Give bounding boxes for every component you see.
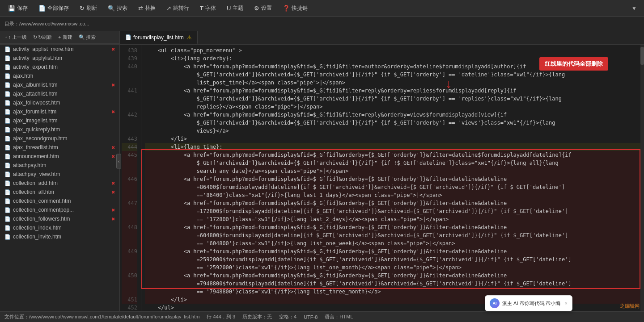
status-bar: 文件位置：/www/wwwroot/www.mxswl.com1/templat… — [0, 311, 644, 322]
save-button[interactable]: 💾 保存 — [4, 3, 32, 14]
file-icon: 📄 — [4, 180, 11, 186]
sidebar-toolbar: ↑ ↑ 上一级 ↻ ↻刷新 + 新建 🔍 搜索 — [0, 31, 120, 44]
error-icon: ✖ — [111, 145, 115, 150]
tab-file-icon: 📄 — [125, 34, 131, 40]
file-icon: 📄 — [4, 64, 11, 70]
tab-warning-icon: ⚠ — [187, 34, 192, 41]
file-name: ajax_albumlist.htm — [13, 82, 57, 88]
file-icon: 📄 — [4, 216, 11, 222]
main-area: 📄 activity_applist_more.htm ✖📄 activity_… — [0, 45, 644, 311]
sidebar-refresh-icon: ↻ — [33, 34, 37, 40]
sidebar-file-item[interactable]: 📄 activity_applist_more.htm ✖ — [0, 45, 119, 54]
error-icon: ✖ — [111, 208, 115, 213]
active-tab[interactable]: 📄 forumdisplay_list.htm ⚠ — [120, 31, 198, 44]
tab-bar: 📄 forumdisplay_list.htm ⚠ — [120, 31, 644, 44]
sidebar-file-item[interactable]: 📄 activity_export.htm — [0, 63, 119, 71]
sidebar-file-item[interactable]: 📄 ajax.htm — [0, 71, 119, 80]
file-icon: 📄 — [4, 118, 11, 124]
file-name: activity_applist_more.htm — [13, 46, 73, 52]
sidebar-file-list: 📄 activity_applist_more.htm ✖📄 activity_… — [0, 45, 119, 311]
file-name: ajax_imagelist.htm — [13, 117, 57, 124]
sidebar-file-item[interactable]: 📄 collection_add.htm ✖ — [0, 179, 119, 188]
save-all-icon: 📄 — [38, 5, 46, 12]
sidebar-file-item[interactable]: 📄 collection_commentpop... ✖ — [0, 205, 119, 214]
sidebar-file-item[interactable]: 📄 collection_all.htm ✖ — [0, 188, 119, 197]
theme-button[interactable]: U 主题 — [222, 3, 248, 14]
shortcuts-icon: ❓ — [283, 5, 290, 12]
file-icon: 📄 — [4, 46, 11, 52]
refresh-icon: ↻ — [80, 5, 85, 12]
ai-popup-close[interactable]: × — [565, 301, 568, 306]
file-name: activity_applylist.htm — [13, 55, 62, 61]
scrollbar-thumb[interactable] — [640, 47, 644, 65]
watermark: 之编辑网 — [620, 303, 640, 309]
sidebar-file-item[interactable]: 📄 collection_invite.htm — [0, 232, 119, 241]
file-name: ajax_quickreply.htm — [13, 126, 60, 133]
sidebar-collapse-button[interactable]: ‹ — [116, 154, 120, 168]
save-all-button[interactable]: 📄 全部保存 — [34, 3, 73, 14]
sidebar-file-item[interactable]: 📄 ajax_imagelist.htm — [0, 116, 119, 125]
sidebar-file-item[interactable]: 📄 attachpay_view.htm — [0, 170, 119, 179]
file-name: announcement.htm — [13, 153, 59, 159]
settings-icon: ⚙ — [254, 5, 259, 12]
sidebar-search-button[interactable]: 🔍 搜索 — [76, 33, 98, 42]
shortcuts-button[interactable]: ❓ 快捷键 — [278, 3, 312, 14]
sidebar-file-item[interactable]: 📄 collection_comment.htm — [0, 197, 119, 205]
code-scroll[interactable]: 4384394404414424434444454464474484494504… — [120, 45, 644, 311]
font-button[interactable]: T 字体 — [195, 3, 220, 14]
annotation-box: 红线里的代码全部删除 — [539, 57, 608, 71]
file-name: ajax_followpost.htm — [13, 100, 60, 106]
breadcrumb-bar: 目录：/www/wwwroot/www.mxswl.co... — [0, 17, 644, 31]
font-icon: T — [200, 5, 203, 12]
up-button[interactable]: ↑ ↑ 上一级 — [3, 33, 29, 42]
search-button[interactable]: 🔍 搜索 — [103, 3, 132, 14]
sidebar-file-item[interactable]: 📄 ajax_secondgroup.htm — [0, 134, 119, 143]
line-numbers: 4384394404414424434444454464474484494504… — [120, 45, 141, 311]
file-name: collection_index.htm — [13, 225, 62, 231]
sidebar-file-item[interactable]: 📄 activity_applylist.htm — [0, 54, 119, 63]
refresh-button[interactable]: ↻ 刷新 — [75, 3, 102, 14]
encoding-status: UTF-8 — [304, 314, 318, 320]
file-name: collection_add.htm — [13, 180, 58, 186]
toolbar: 💾 保存 📄 全部保存 ↻ 刷新 🔍 搜索 ⇄ 替换 ↗ 跳转行 T 字体 U … — [0, 0, 644, 17]
sidebar-file-item[interactable]: 📄 ajax_forumlist.htm ✖ — [0, 107, 119, 116]
sidebar-file-item[interactable]: 📄 ajax_quickreply.htm — [0, 125, 119, 134]
sidebar-file-item[interactable]: 📄 attachpay.htm — [0, 161, 119, 170]
file-name: collection_commentpop... — [13, 207, 74, 213]
file-icon: 📄 — [4, 225, 11, 231]
file-icon: 📄 — [4, 189, 11, 195]
search-icon: 🔍 — [108, 5, 115, 12]
error-icon: ✖ — [111, 217, 115, 222]
sidebar-file-item[interactable]: 📄 collection_index.htm — [0, 223, 119, 232]
error-icon: ✖ — [111, 181, 115, 186]
file-name: ajax.htm — [13, 73, 33, 79]
error-icon: ✖ — [111, 109, 115, 114]
replace-icon: ⇄ — [138, 5, 143, 12]
toolbar-end-arrow[interactable]: ▼ — [628, 4, 640, 13]
replace-button[interactable]: ⇄ 替换 — [134, 3, 160, 14]
file-icon: 📄 — [4, 234, 11, 240]
sidebar-refresh-button[interactable]: ↻ ↻刷新 — [31, 33, 54, 42]
breadcrumb-path: 目录：/www/wwwroot/www.mxswl.co... — [4, 21, 89, 27]
error-icon: ✖ — [111, 47, 115, 52]
error-icon: ✖ — [111, 190, 115, 195]
goto-button[interactable]: ↗ 跳转行 — [162, 3, 194, 14]
code-content[interactable]: <ul class="pop_moremenu" > <li>{lang ord… — [141, 45, 644, 311]
sidebar-file-item[interactable]: 📄 collection_followers.htm ✖ — [0, 214, 119, 223]
sidebar-file-item[interactable]: 📄 ajax_threadlist.htm ✖ — [0, 143, 119, 152]
sidebar-file-item[interactable]: 📄 announcement.htm ✖ — [0, 152, 119, 161]
file-icon: 📄 — [4, 163, 11, 168]
sidebar-file-item[interactable]: 📄 ajax_albumlist.htm ✖ — [0, 80, 119, 89]
settings-button[interactable]: ⚙ 设置 — [250, 3, 276, 14]
sidebar-file-item[interactable]: 📄 ajax_attachlist.htm — [0, 89, 119, 98]
up-icon: ↑ — [5, 35, 8, 40]
ai-popup-text: 派主 AI 帮你写代码,帮小编 — [502, 300, 560, 307]
theme-icon: U — [227, 5, 231, 12]
file-name: collection_followers.htm — [13, 216, 70, 222]
sidebar-file-item[interactable]: 📄 ajax_followpost.htm — [0, 98, 119, 107]
vertical-scrollbar[interactable] — [640, 45, 644, 311]
file-name: attachpay.htm — [13, 162, 46, 168]
file-icon: 📄 — [4, 136, 11, 142]
new-button[interactable]: + 新建 — [56, 33, 74, 42]
file-icon: 📄 — [4, 145, 11, 151]
